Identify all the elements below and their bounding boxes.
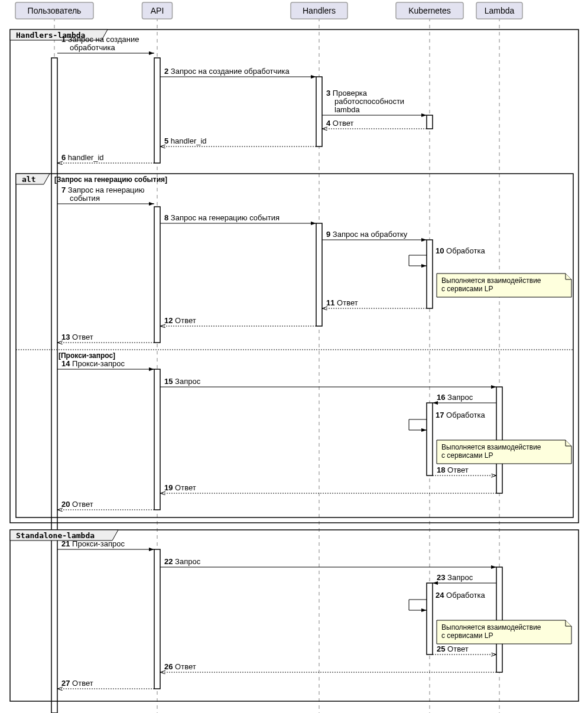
activation-handlers — [316, 77, 322, 146]
note-text: Выполняется взаимодействие — [441, 623, 541, 631]
activation-kubernetes — [427, 240, 433, 308]
message-label-3: 3 Проверкаработоспособностиlambda — [326, 89, 404, 114]
participant-label-handlers: Handlers — [303, 6, 336, 15]
activation-user — [51, 58, 57, 713]
message-label-6: 6 handler_id — [61, 153, 104, 162]
message-label-8: 8 Запрос на генерацию события — [164, 213, 280, 222]
message-label-7: 7 Запрос на генерациюсобытия — [61, 185, 145, 203]
note-text: Выполняется взаимодействие — [441, 443, 541, 451]
message-label-2: 2 Запрос на создание обработчика — [164, 67, 290, 76]
message-label-27: 27 Ответ — [61, 679, 93, 688]
participant-label-api: API — [151, 6, 164, 15]
participant-label-user: Пользователь — [28, 6, 82, 15]
alt-condition: [Запрос на генерацию события] — [54, 175, 167, 184]
group-Standalone-lambda — [10, 530, 579, 701]
message-label-4: 4 Ответ — [326, 119, 353, 128]
group-alt — [16, 174, 573, 517]
activation-api — [154, 207, 160, 343]
activation-api — [154, 369, 160, 510]
message-label-26: 26 Ответ — [164, 662, 196, 671]
message-label-9: 9 Запрос на обработку — [326, 230, 408, 239]
message-label-16: 16 Запрос — [437, 393, 473, 402]
alt-condition: [Прокси-запрос] — [59, 351, 115, 360]
activation-kubernetes — [427, 583, 433, 655]
message-label-17: 17 Обработка — [436, 411, 485, 419]
note-text: с сервисами LP — [441, 285, 493, 293]
message-label-24: 24 Обработка — [436, 591, 485, 600]
message-10 — [409, 255, 427, 266]
sequence-diagram: Handlers-lambdaalt[Запрос на генерацию с… — [0, 0, 588, 713]
note-text: с сервисами LP — [441, 451, 493, 460]
activation-api — [154, 58, 160, 163]
activation-kubernetes — [427, 403, 433, 476]
message-label-1: 1 Запрос на созданиеобработчика — [61, 35, 139, 52]
message-17 — [409, 419, 427, 430]
message-label-20: 20 Ответ — [61, 500, 93, 509]
message-label-12: 12 Ответ — [164, 316, 196, 325]
activation-lambda — [496, 567, 502, 672]
note-text: с сервисами LP — [441, 631, 493, 640]
group-label: alt — [22, 175, 35, 184]
message-label-10: 10 Обработка — [436, 246, 485, 255]
message-label-23: 23 Запрос — [437, 573, 473, 582]
message-label-18: 18 Ответ — [437, 465, 469, 474]
message-label-13: 13 Ответ — [61, 333, 93, 341]
message-label-14: 14 Прокси-запрос — [61, 359, 125, 368]
participant-label-kubernetes: Kubernetes — [408, 6, 451, 15]
note-text: Выполняется взаимодействие — [441, 276, 541, 285]
message-24 — [409, 600, 427, 610]
participant-label-lambda: Lambda — [485, 6, 515, 15]
message-label-5: 5 handler_id — [164, 136, 207, 145]
group-label: Standalone-lambda — [16, 531, 95, 540]
message-label-21: 21 Прокси-запрос — [61, 539, 125, 548]
activation-api — [154, 549, 160, 689]
message-label-25: 25 Ответ — [437, 644, 469, 653]
message-label-22: 22 Запрос — [164, 557, 201, 566]
message-label-11: 11 Ответ — [326, 298, 358, 307]
message-label-19: 19 Ответ — [164, 483, 196, 492]
activation-kubernetes — [427, 115, 433, 129]
activation-handlers — [316, 223, 322, 326]
message-label-15: 15 Запрос — [164, 377, 201, 386]
